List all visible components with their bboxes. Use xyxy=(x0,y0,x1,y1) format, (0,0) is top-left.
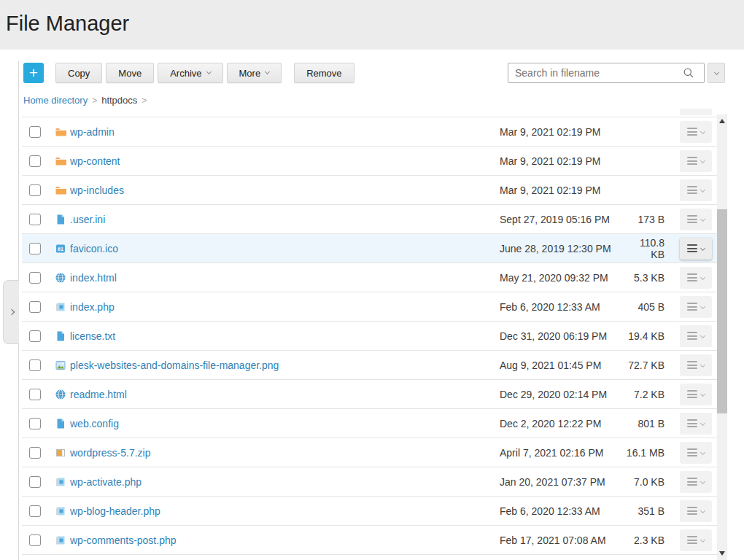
text-file-icon xyxy=(55,330,66,342)
file-name-link[interactable]: plesk-websites-and-domains-file-manager.… xyxy=(70,359,500,371)
search-options-dropdown[interactable] xyxy=(708,63,725,83)
table-row[interactable]: plesk-websites-and-domains-file-manager.… xyxy=(22,351,717,380)
file-modified-date: Mar 9, 2021 02:19 PM xyxy=(500,126,624,138)
file-size: 173 B xyxy=(624,214,664,225)
scrollbar-thumb[interactable] xyxy=(717,209,727,413)
chevron-down-icon xyxy=(700,537,705,542)
file-modified-date: Feb 6, 2020 12:33 AM xyxy=(500,301,624,313)
row-checkbox[interactable] xyxy=(29,418,41,429)
scroll-up-button[interactable] xyxy=(717,116,727,126)
row-menu-button[interactable] xyxy=(680,325,712,347)
row-menu-button[interactable] xyxy=(680,471,712,493)
table-row[interactable]: wp-activate.php Jan 20, 2021 07:37 PM 7.… xyxy=(22,467,717,497)
file-modified-date: Mar 9, 2021 02:19 PM xyxy=(500,155,624,167)
row-menu-button[interactable] xyxy=(680,500,712,522)
table-row[interactable]: wordpress-5.7.zip April 7, 2021 02:16 PM… xyxy=(22,438,717,467)
chevron-down-icon xyxy=(265,69,270,74)
row-checkbox[interactable] xyxy=(29,214,41,225)
copy-button[interactable]: Copy xyxy=(55,63,102,83)
file-modified-date: Feb 6, 2020 12:33 AM xyxy=(500,505,624,517)
file-modified-date: Sept 27, 2019 05:16 PM xyxy=(500,214,624,225)
file-name-link[interactable]: wp-blog-header.php xyxy=(70,505,500,517)
row-menu-button[interactable] xyxy=(680,442,712,464)
table-row[interactable]: 01 favicon.ico June 28, 2019 12:30 PM 11… xyxy=(22,234,717,263)
row-checkbox[interactable] xyxy=(29,243,41,254)
row-menu-button[interactable] xyxy=(680,179,712,201)
file-name-link[interactable]: .user.ini xyxy=(70,214,500,225)
row-menu-button[interactable] xyxy=(680,209,712,230)
ico-file-icon: 01 xyxy=(55,243,66,254)
table-row[interactable]: index.php Feb 6, 2020 12:33 AM 405 B xyxy=(22,292,717,322)
table-row[interactable]: wp-includes Mar 9, 2021 02:19 PM xyxy=(22,176,717,205)
breadcrumb-home-link[interactable]: Home directory xyxy=(23,95,88,106)
row-menu-button[interactable] xyxy=(680,267,712,289)
row-checkbox[interactable] xyxy=(29,155,41,167)
file-name-link[interactable]: wordpress-5.7.zip xyxy=(70,447,500,459)
search-input[interactable] xyxy=(508,63,705,83)
row-menu-button[interactable] xyxy=(680,121,712,143)
row-checkbox[interactable] xyxy=(29,534,41,546)
file-name-link[interactable]: wp-activate.php xyxy=(70,476,500,488)
row-menu-button[interactable] xyxy=(680,296,712,318)
scroll-down-button[interactable] xyxy=(717,548,727,559)
table-row[interactable]: web.config Dec 2, 2020 12:22 PM 801 B xyxy=(22,409,717,438)
table-row[interactable]: wp-admin Mar 9, 2021 02:19 PM xyxy=(22,117,717,147)
file-name-link[interactable]: wp-admin xyxy=(70,126,500,138)
file-name-link[interactable]: index.php xyxy=(70,301,500,313)
html-file-icon xyxy=(55,272,66,284)
sidebar-expand-handle[interactable] xyxy=(3,280,19,344)
table-row[interactable]: .user.ini Sept 27, 2019 05:16 PM 173 B xyxy=(22,205,717,234)
hamburger-menu-icon xyxy=(687,535,697,545)
plus-icon: + xyxy=(29,64,38,81)
remove-button[interactable]: Remove xyxy=(294,63,354,83)
row-menu-button[interactable] xyxy=(680,413,712,435)
hamburger-menu-icon xyxy=(687,389,697,399)
more-button[interactable]: More xyxy=(227,63,282,83)
row-menu-button[interactable] xyxy=(680,150,712,172)
row-checkbox[interactable] xyxy=(29,389,41,400)
add-button[interactable]: + xyxy=(23,63,44,83)
row-checkbox[interactable] xyxy=(29,126,41,138)
row-checkbox[interactable] xyxy=(29,184,41,196)
file-name-link[interactable]: wp-includes xyxy=(70,184,500,196)
file-name-link[interactable]: wp-content xyxy=(70,155,500,167)
hamburger-menu-icon xyxy=(687,156,697,166)
folder-icon xyxy=(55,126,66,138)
archive-button[interactable]: Archive xyxy=(158,63,222,83)
hamburger-menu-icon xyxy=(687,360,697,370)
row-checkbox[interactable] xyxy=(29,505,41,517)
file-name-link[interactable]: wp-comments-post.php xyxy=(70,534,500,546)
row-checkbox[interactable] xyxy=(29,330,41,342)
file-modified-date: April 7, 2021 02:16 PM xyxy=(500,447,624,459)
row-menu-button[interactable] xyxy=(680,384,712,405)
text-file-icon xyxy=(55,214,66,225)
row-checkbox[interactable] xyxy=(29,476,41,488)
row-menu-button[interactable] xyxy=(680,238,712,260)
row-checkbox[interactable] xyxy=(29,301,41,313)
file-name-link[interactable]: web.config xyxy=(70,418,500,429)
file-size: 16.1 MB xyxy=(624,447,664,459)
table-row[interactable]: wp-content Mar 9, 2021 02:19 PM xyxy=(22,147,717,176)
table-row[interactable]: readme.html Dec 29, 2020 02:14 PM 7.2 KB xyxy=(22,380,717,409)
table-row[interactable]: wp-comments-post.php Feb 17, 2021 07:08 … xyxy=(22,526,717,555)
file-name-link[interactable]: favicon.ico xyxy=(70,243,500,254)
file-name-link[interactable]: license.txt xyxy=(70,330,500,342)
chevron-down-icon xyxy=(700,158,705,163)
svg-text:01: 01 xyxy=(58,246,63,252)
row-checkbox[interactable] xyxy=(29,359,41,371)
breadcrumb-separator: > xyxy=(92,96,97,106)
file-modified-date: June 28, 2019 12:30 PM xyxy=(500,243,624,254)
file-name-link[interactable]: index.html xyxy=(70,272,500,284)
table-row[interactable]: index.html May 21, 2020 09:32 PM 5.3 KB xyxy=(22,263,717,292)
table-row[interactable]: wp-blog-header.php Feb 6, 2020 12:33 AM … xyxy=(22,497,717,526)
row-menu-button[interactable] xyxy=(680,529,712,551)
row-checkbox[interactable] xyxy=(29,447,41,459)
row-checkbox[interactable] xyxy=(29,272,41,284)
hamburger-menu-icon xyxy=(687,244,697,253)
hamburger-menu-icon xyxy=(687,185,697,195)
row-menu-button[interactable] xyxy=(680,354,712,376)
move-button[interactable]: Move xyxy=(106,63,154,83)
file-name-link[interactable]: readme.html xyxy=(70,389,500,400)
row-menu-button-partial xyxy=(680,109,712,115)
table-row[interactable]: license.txt Dec 31, 2020 06:19 PM 19.4 K… xyxy=(22,322,717,351)
